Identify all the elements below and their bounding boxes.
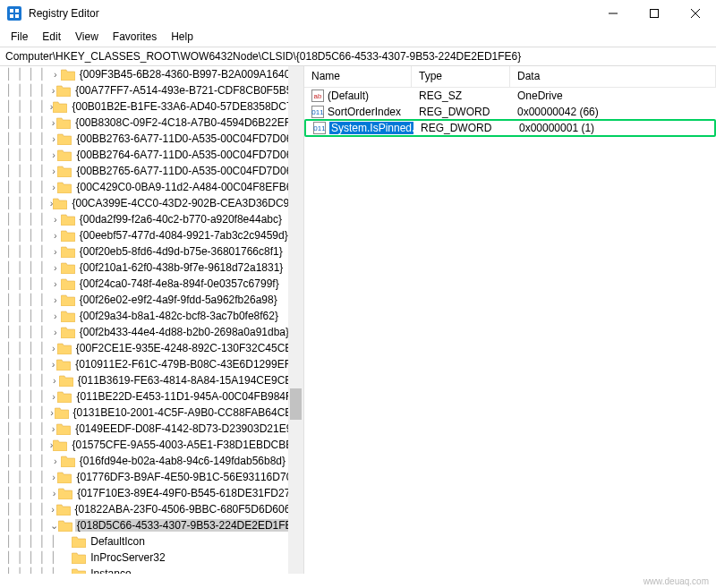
minimize-button[interactable] — [592, 0, 634, 27]
tree-item[interactable]: │ │ │ │ ›{01776DF3-B9AF-4E50-9B1C-56E931… — [0, 469, 303, 485]
tree-item[interactable]: │ │ │ │ │ Instance — [0, 566, 303, 574]
tree-item[interactable]: │ │ │ │ ›{01575CFE-9A55-4003-A5E1-F38D1E… — [0, 437, 303, 453]
folder-icon — [61, 327, 75, 338]
tree-item[interactable]: │ │ │ │ ›{017F10E3-89E4-49F0-B545-618DE3… — [0, 485, 303, 501]
expand-icon[interactable]: › — [50, 262, 61, 273]
expand-icon[interactable]: › — [50, 311, 61, 321]
expand-icon[interactable]: › — [50, 117, 56, 128]
expand-icon[interactable]: › — [50, 359, 56, 370]
tree-scrollbar[interactable] — [288, 66, 303, 574]
address-bar[interactable]: Computer\HKEY_CLASSES_ROOT\WOW6432Node\C… — [0, 47, 716, 66]
tree-item-label: {00A77FF7-A514-493e-B721-CDF8CB0F5B59} — [73, 84, 303, 97]
folder-icon — [56, 504, 71, 516]
expand-icon[interactable]: › — [50, 504, 56, 515]
tree-item-label: {00f210a1-62f0-438b-9f7e-9618d72a1831} — [78, 261, 286, 274]
column-type[interactable]: Type — [412, 66, 510, 87]
tree-item[interactable]: │ │ │ │ ›{00B8308C-09F2-4C18-A7B0-4594D6… — [0, 115, 303, 131]
folder-icon — [55, 407, 69, 419]
tree-item[interactable]: │ │ │ │ ›{00BB2765-6A77-11D0-A535-00C04F… — [0, 163, 303, 179]
tree-item[interactable]: │ │ │ │ ›{00C429C0-0BA9-11d2-A484-00C04F… — [0, 179, 303, 195]
expand-icon[interactable]: › — [50, 85, 56, 96]
expand-icon[interactable]: › — [50, 391, 58, 402]
tree-item[interactable]: │ │ │ │ ›{00f20eb5-8fd6-4d9d-b75e-368017… — [0, 243, 303, 260]
tree-item[interactable]: │ │ │ │ ›{00eebf57-477d-4084-9921-7ab3c2… — [0, 227, 303, 243]
tree-item[interactable]: │ │ │ │ ›{00f29a34-b8a1-482c-bcf8-3ac7b0… — [0, 308, 303, 324]
tree-item[interactable]: │ │ │ │ ›{011BE22D-E453-11D1-945A-00C04F… — [0, 388, 303, 405]
expand-icon[interactable]: › — [50, 375, 59, 386]
tree-item[interactable]: │ │ │ │ ›{010911E2-F61C-479B-B08C-43E6D1… — [0, 356, 303, 372]
tree-item[interactable]: │ │ │ │ ›{00A77FF7-A514-493e-B721-CDF8CB… — [0, 82, 303, 98]
tree-item-label: {00C429C0-0BA9-11d2-A484-00C04F8EFB69} — [74, 181, 303, 193]
tree-item[interactable]: │ │ │ │ ›{011B3619-FE63-4814-8A84-15A194… — [0, 372, 303, 388]
expand-icon[interactable]: › — [50, 472, 58, 482]
menu-view[interactable]: View — [68, 30, 106, 43]
value-name: System.IsPinned... — [329, 122, 413, 134]
tree-item[interactable]: │ │ │ │ ›{00f24ca0-748f-4e8a-894f-0e0357… — [0, 276, 303, 292]
tree-item[interactable]: │ │ │ │ ›{0149EEDF-D08F-4142-8D73-D23903… — [0, 421, 303, 437]
collapse-icon[interactable]: ⌄ — [50, 520, 58, 532]
column-name[interactable]: Name — [304, 66, 412, 87]
tree-item-label: {00f26e02-e9f2-4a9f-9fdd-5a962fb26a98} — [78, 294, 279, 306]
watermark: www.deuaq.com — [644, 576, 709, 586]
list-row[interactable]: ab(Default)REG_SZOneDrive — [304, 88, 716, 104]
expand-icon[interactable]: › — [50, 182, 58, 192]
list-row[interactable]: 011SortOrderIndexREG_DWORD0x00000042 (66… — [304, 104, 716, 120]
folder-icon — [72, 536, 86, 548]
tree-item-label: {00f24ca0-748f-4e8a-894f-0e0357c6799f} — [78, 277, 281, 290]
list-row[interactable]: 011System.IsPinned...REG_DWORD0x00000001… — [304, 119, 716, 137]
maximize-button[interactable] — [634, 0, 675, 27]
folder-icon — [61, 230, 75, 242]
menu-file[interactable]: File — [4, 30, 35, 43]
menu-help[interactable]: Help — [164, 30, 200, 43]
tree-item-label: {00eebf57-477d-4084-9921-7ab3c2c9459d} — [78, 229, 290, 242]
close-button[interactable] — [675, 0, 716, 27]
value-data: OneDrive — [510, 89, 716, 102]
window-title: Registry Editor — [29, 7, 99, 20]
folder-icon — [57, 343, 72, 354]
folder-icon — [61, 262, 75, 274]
expand-icon[interactable]: › — [50, 343, 57, 354]
tree-item[interactable]: │ │ │ │ ›{01822ABA-23F0-4506-9BBC-680F5D… — [0, 501, 303, 517]
tree-item[interactable]: │ │ │ │ ›{00f26e02-e9f2-4a9f-9fdd-5a962f… — [0, 292, 303, 308]
tree-item[interactable]: │ │ │ │ ›{00f2b433-44e4-4d88-b2b0-2698a0… — [0, 324, 303, 340]
menu-favorites[interactable]: Favorites — [106, 30, 164, 43]
tree-item-label: {00f29a34-b8a1-482c-bcf8-3ac7b0fe8f62} — [78, 310, 280, 322]
expand-icon[interactable]: › — [50, 488, 58, 499]
expand-icon[interactable]: › — [50, 456, 61, 466]
column-data[interactable]: Data — [510, 66, 716, 87]
expand-icon[interactable]: › — [50, 327, 61, 337]
expand-icon[interactable]: › — [50, 294, 61, 305]
tree-item[interactable]: │ │ │ │ ›{009F3B45-6B28-4360-B997-B2A009… — [0, 66, 303, 82]
expand-icon[interactable]: › — [50, 214, 61, 225]
address-text: Computer\HKEY_CLASSES_ROOT\WOW6432Node\C… — [5, 50, 521, 63]
tree-pane[interactable]: │ │ │ │ ›{009F3B45-6B28-4360-B997-B2A009… — [0, 66, 304, 574]
tree-item[interactable]: │ │ │ │ ›{00f210a1-62f0-438b-9f7e-9618d7… — [0, 260, 303, 276]
tree-item[interactable]: │ │ │ │ │ DefaultIcon — [0, 533, 303, 550]
expand-icon[interactable]: › — [50, 230, 61, 241]
expand-icon[interactable]: › — [50, 133, 58, 144]
folder-icon — [61, 311, 75, 322]
folder-icon — [72, 568, 86, 575]
expand-icon[interactable]: › — [50, 166, 58, 176]
tree-item[interactable]: │ │ │ │ ⌄{018D5C66-4533-4307-9B53-224DE2… — [0, 517, 303, 533]
expand-icon[interactable]: › — [50, 149, 58, 160]
folder-icon — [56, 117, 71, 129]
tree-item[interactable]: │ │ │ │ ›{00BB2764-6A77-11D0-A535-00C04F… — [0, 147, 303, 163]
tree-item[interactable]: │ │ │ │ ›{00da2f99-f2a6-40c2-b770-a920f8… — [0, 211, 303, 227]
expand-icon[interactable]: › — [50, 278, 61, 289]
list-pane[interactable]: Name Type Data ab(Default)REG_SZOneDrive… — [304, 66, 716, 574]
tree-item[interactable]: │ │ │ │ ›{00F2CE1E-935E-4248-892C-130F32… — [0, 340, 303, 356]
tree-item[interactable]: │ │ │ │ ›{00CA399E-4CC0-43D2-902B-CEA3D3… — [0, 195, 303, 211]
expand-icon[interactable]: › — [50, 69, 61, 80]
list-header: Name Type Data — [304, 66, 716, 88]
tree-item[interactable]: │ │ │ │ ›{00BB2763-6A77-11D0-A535-00C04F… — [0, 131, 303, 147]
tree-item[interactable]: │ │ │ │ ›{00B01B2E-B1FE-33A6-AD40-57DE83… — [0, 98, 303, 115]
tree-item[interactable]: │ │ │ │ │ InProcServer32 — [0, 550, 303, 566]
tree-item[interactable]: │ │ │ │ ›{016fd94e-b02a-4ab8-94c6-149fda… — [0, 453, 303, 469]
expand-icon[interactable]: › — [50, 246, 61, 257]
menu-edit[interactable]: Edit — [35, 30, 68, 43]
folder-icon — [72, 552, 86, 564]
svg-rect-2 — [10, 14, 13, 18]
tree-item[interactable]: │ │ │ │ ›{0131BE10-2001-4C5F-A9B0-CC88FA… — [0, 405, 303, 421]
expand-icon[interactable]: › — [50, 423, 56, 434]
